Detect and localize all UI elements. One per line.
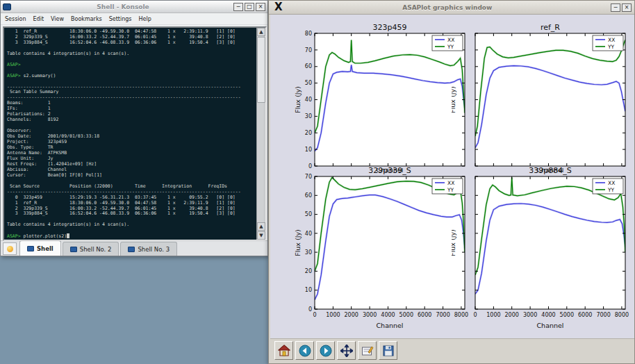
konsole-window: Shell - Konsole − □ × Session Edit View … [0, 0, 268, 256]
asaplot-window: X ASAPlot graphics window − × Channel Ch… [268, 0, 635, 364]
subplot-339p884_S[interactable]: 010002000300040005000600070008000339p884… [452, 165, 629, 334]
menu-help[interactable]: Help [139, 16, 151, 22]
y-axis-label: Flux (Jy) [452, 229, 456, 256]
terminal-scrollbar[interactable]: ▲ ▲ ▼ [256, 28, 265, 240]
maximize-button[interactable]: □ [245, 3, 254, 11]
asaplot-window-title: ASAPlot graphics window [286, 4, 609, 11]
konsole-app-icon [3, 3, 11, 10]
y-tick-label: 20 [305, 268, 312, 274]
menu-edit[interactable]: Edit [33, 16, 44, 22]
y-axis-label: Flux (Jy) [452, 86, 456, 113]
terminal-line: Cursor: Beam[0] IF[0] Pol[1] [7, 173, 256, 179]
save-button[interactable] [379, 341, 397, 360]
y-tick-label: 50 [305, 80, 312, 86]
legend-label: XX [608, 180, 615, 186]
x-tick-label: 1000 [326, 312, 340, 318]
new-session-button[interactable] [3, 242, 17, 255]
y-tick-label: 20 [305, 130, 312, 136]
forward-button[interactable] [316, 341, 335, 360]
menu-bookmarks[interactable]: Bookmarks [71, 16, 102, 22]
terminal-line: Channels: 8192 [7, 117, 256, 123]
legend-label: XX [608, 37, 615, 43]
x-tick-label: 5000 [399, 312, 413, 318]
terminal-line [7, 228, 256, 233]
close-button[interactable]: × [622, 3, 632, 12]
konsole-tabbar: Shell Shell No. 2 Shell No. 3 [1, 240, 267, 256]
terminal-tab-icon [128, 247, 135, 252]
asaplot-titlebar[interactable]: X ASAPlot graphics window − × [269, 1, 634, 15]
x-tick-label: 2000 [505, 312, 519, 318]
tab-shell[interactable]: Shell [19, 240, 61, 256]
terminal-line: ASAP> plotter.plot(s2) [7, 233, 256, 240]
subplot-329p339_S[interactable]: 0100020003000400050006000700080000102030… [291, 165, 469, 334]
x-tick-label: 5000 [560, 312, 574, 318]
forward-arrow-icon [320, 345, 332, 357]
edit-page-icon [361, 345, 374, 357]
tab-shell-3[interactable]: Shell No. 3 [120, 242, 177, 256]
menu-view[interactable]: View [51, 16, 64, 22]
terminal-line: Table contains 4 integration(s) in 4 sca… [7, 222, 256, 228]
y-tick-label: 50 [305, 211, 312, 217]
x-tick-label: 3000 [523, 312, 537, 318]
minimize-button[interactable]: − [611, 3, 620, 12]
x-tick-label: 0 [313, 312, 316, 318]
terminal-tab-icon [70, 247, 77, 252]
y-tick-label: 70 [305, 47, 312, 53]
back-arrow-icon [299, 345, 311, 357]
terminal-line: ASAP> [7, 63, 256, 68]
x11-icon: X [274, 2, 283, 13]
terminal-output[interactable]: 1 ref_R 18:30:06.0 -49.59.30.0 04:47:58 … [4, 28, 256, 240]
scroll-up2-icon[interactable]: ▲ [257, 222, 265, 231]
save-floppy-icon [382, 345, 395, 357]
x-tick-label: 6000 [418, 312, 431, 318]
terminal-line: Table contains 4 integration(s) in 4 sca… [7, 51, 256, 57]
terminal-frame: 1 ref_R 18:30:06.0 -49.59.30.0 04:47:58 … [3, 26, 267, 241]
subplot-title: ref_R [541, 23, 560, 32]
x-tick-label: 4000 [381, 312, 395, 318]
new-session-icon [7, 246, 13, 252]
terminal-tab-icon [27, 246, 34, 251]
y-tick-label: 70 [305, 174, 312, 180]
konsole-window-title: Shell - Konsole [14, 3, 232, 10]
x-axis-label: Channel [536, 322, 563, 329]
home-icon [278, 345, 290, 357]
y-tick-label: 40 [305, 97, 312, 103]
menu-session[interactable]: Session [5, 16, 26, 22]
konsole-menubar: Session Edit View Bookmarks Settings Hel… [1, 14, 267, 25]
y-tick-label: 60 [305, 63, 312, 69]
configure-subplots-button[interactable] [358, 341, 377, 360]
scrollbar-thumb[interactable] [257, 37, 265, 103]
y-tick-label: 10 [305, 147, 312, 153]
x-tick-label: 6000 [578, 312, 592, 318]
terminal-line: 3 339p884_S 16:52:04.6 -46.08.33.9 06:36… [7, 40, 256, 46]
subplot-title: 323p459 [373, 23, 407, 32]
close-button[interactable]: × [256, 3, 265, 11]
scroll-down-icon[interactable]: ▼ [257, 231, 265, 240]
tab-shell-2[interactable]: Shell No. 2 [63, 242, 119, 256]
x-tick-label: 4000 [541, 312, 555, 318]
y-tick-label: 10 [305, 287, 312, 293]
y-tick-label: 0 [308, 306, 312, 313]
x-tick-label: 2000 [345, 312, 358, 318]
terminal-cursor [67, 233, 69, 238]
home-button[interactable] [274, 341, 293, 360]
x-tick-label: 0 [473, 312, 477, 318]
terminal-line: 3 339p884_S 16:52:04.6 -46.08.33.9 06:36… [7, 211, 256, 217]
menu-settings[interactable]: Settings [109, 16, 132, 22]
y-tick-label: 80 [305, 31, 312, 37]
x-axis-label: Channel [376, 322, 403, 329]
tab-shell-label: Shell [37, 245, 53, 252]
figure-canvas[interactable]: Channel Channel 01020304050607080323p459… [270, 15, 634, 340]
y-tick-label: 40 [305, 231, 312, 237]
legend-label: YY [607, 187, 615, 193]
back-button[interactable] [295, 341, 314, 360]
x-tick-label: 3000 [363, 312, 377, 318]
tab-shell-2-label: Shell No. 2 [80, 246, 112, 253]
konsole-titlebar[interactable]: Shell - Konsole − □ × [1, 1, 267, 13]
pan-button[interactable] [337, 341, 356, 360]
x-tick-label: 1000 [486, 312, 500, 318]
minimize-button[interactable]: − [233, 3, 243, 11]
scroll-up-icon[interactable]: ▲ [257, 28, 265, 36]
terminal-line [7, 57, 256, 63]
x-tick-label: 7000 [436, 312, 450, 318]
